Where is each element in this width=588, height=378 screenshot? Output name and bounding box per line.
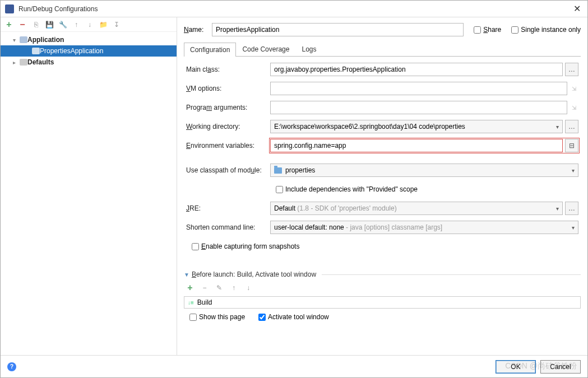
cancel-button[interactable]: Cancel <box>540 360 581 374</box>
classpath-label: Use classpath of module: <box>186 166 270 174</box>
app-icon <box>5 4 14 13</box>
browse-main-class-button[interactable]: … <box>565 63 578 76</box>
close-icon[interactable]: ✕ <box>571 3 583 14</box>
run-config-icon <box>32 48 40 54</box>
share-checkbox[interactable]: Share <box>474 26 501 34</box>
browse-workdir-button[interactable]: … <box>565 120 578 133</box>
tab-configuration[interactable]: Configuration <box>184 43 236 57</box>
jre-value: Default <box>274 204 295 212</box>
bl-add-icon[interactable]: + <box>185 283 195 293</box>
jre-hint: (1.8 - SDK of 'properties' module) <box>295 204 397 212</box>
program-args-input[interactable] <box>270 101 567 114</box>
expand-args-icon[interactable]: ⇲ <box>570 105 578 111</box>
tree-node-application[interactable]: ▾ Application <box>1 34 177 45</box>
activate-tool-window-checkbox[interactable]: Activate tool window <box>258 313 329 321</box>
ok-button[interactable]: OK <box>496 360 536 374</box>
build-task-label: Build <box>197 298 212 306</box>
right-panel: Name: Share Single instance only Configu… <box>177 17 587 355</box>
move-down-icon[interactable]: ↓ <box>85 20 95 30</box>
classpath-combo[interactable]: properties <box>270 164 578 177</box>
expand-arrow-icon: ▸ <box>13 59 20 66</box>
env-vars-input[interactable] <box>270 139 563 152</box>
main-class-input[interactable] <box>270 63 563 76</box>
expand-arrow-icon: ▾ <box>13 37 20 43</box>
browse-jre-button[interactable]: … <box>565 202 578 215</box>
program-args-label: Program arguments: <box>186 104 270 111</box>
sort-icon[interactable]: ↧ <box>112 20 122 30</box>
single-instance-checkbox[interactable]: Single instance only <box>511 26 581 34</box>
bl-down-icon[interactable]: ↓ <box>243 283 253 293</box>
tree-toolbar: + − ⎘ 💾 🔧 ↑ ↓ 📁 ↧ <box>1 17 177 32</box>
expand-vm-icon[interactable]: ⇲ <box>570 86 578 92</box>
vm-options-label: VM options: <box>186 85 270 92</box>
config-form: Main class: … VM options: ⇲ Program argu… <box>184 57 581 263</box>
build-task-icon: ↓≡ <box>188 300 194 306</box>
collapse-triangle-icon[interactable]: ▼ <box>184 272 189 278</box>
module-icon <box>274 167 282 174</box>
classpath-value: properties <box>285 166 315 174</box>
working-dir-combo[interactable]: E:\workspace\workspace6\2.springboot\day… <box>270 120 563 133</box>
bl-remove-icon[interactable]: − <box>200 283 210 293</box>
settings-icon[interactable]: 🔧 <box>58 20 68 30</box>
shorten-label: Shorten command line: <box>186 223 270 231</box>
shorten-hint: - java [options] classname [args] <box>344 223 442 231</box>
edit-env-button[interactable]: ⊟ <box>565 139 578 152</box>
application-type-icon <box>20 36 27 43</box>
before-launch-section: ▼ Before launch: Build, Activate tool wi… <box>184 270 581 321</box>
move-up-icon[interactable]: ↑ <box>71 20 81 30</box>
include-provided-checkbox[interactable]: Include dependencies with "Provided" sco… <box>276 185 418 193</box>
bl-edit-icon[interactable]: ✎ <box>214 283 224 293</box>
env-vars-label: Environment variables: <box>186 142 270 150</box>
copy-config-icon[interactable]: ⎘ <box>31 20 41 30</box>
vm-options-input[interactable] <box>270 82 567 95</box>
tree-node-defaults[interactable]: ▸ Defaults <box>1 57 177 68</box>
name-input[interactable] <box>212 23 464 36</box>
tree-label: Application <box>27 36 64 44</box>
show-this-page-checkbox[interactable]: Show this page <box>189 313 245 321</box>
main-class-label: Main class: <box>186 66 270 73</box>
tree-label: PropertiesApplication <box>40 47 103 55</box>
defaults-icon <box>20 59 27 66</box>
config-tabs: Configuration Code Coverage Logs <box>184 42 581 57</box>
shorten-combo[interactable]: user-local default: none - java [options… <box>270 221 578 234</box>
before-launch-list[interactable]: ↓≡ Build <box>184 296 581 309</box>
chevron-down-icon <box>556 204 559 212</box>
tab-logs[interactable]: Logs <box>295 42 322 56</box>
dialog-button-bar: ? OK Cancel <box>1 355 587 377</box>
tree-label: Defaults <box>27 58 54 66</box>
working-dir-label: Working directory: <box>186 123 270 130</box>
chevron-down-icon <box>556 123 559 130</box>
shorten-value: user-local default: none <box>274 223 344 231</box>
config-tree: ▾ Application PropertiesApplication ▸ De… <box>1 32 177 355</box>
left-panel: + − ⎘ 💾 🔧 ↑ ↓ 📁 ↧ ▾ Application Properti… <box>1 17 177 355</box>
before-launch-title: Before launch: Build, Activate tool wind… <box>192 270 316 278</box>
jre-label: JRE: <box>186 204 270 212</box>
help-icon[interactable]: ? <box>7 362 16 371</box>
folder-icon[interactable]: 📁 <box>98 20 108 30</box>
chevron-down-icon <box>572 223 575 231</box>
save-config-icon[interactable]: 💾 <box>44 20 54 30</box>
chevron-down-icon <box>572 166 575 174</box>
add-config-icon[interactable]: + <box>4 20 14 30</box>
bl-up-icon[interactable]: ↑ <box>229 283 239 293</box>
enable-snapshots-checkbox[interactable]: Enable capturing form snapshots <box>192 242 299 250</box>
name-label: Name: <box>184 26 207 34</box>
remove-config-icon[interactable]: − <box>17 20 27 30</box>
working-dir-value: E:\workspace\workspace6\2.springboot\day… <box>274 123 465 130</box>
tab-code-coverage[interactable]: Code Coverage <box>236 42 295 56</box>
tree-node-properties-app[interactable]: PropertiesApplication <box>1 45 177 57</box>
jre-combo[interactable]: Default (1.8 - SDK of 'properties' modul… <box>270 202 563 215</box>
window-title: Run/Debug Configurations <box>18 5 571 13</box>
